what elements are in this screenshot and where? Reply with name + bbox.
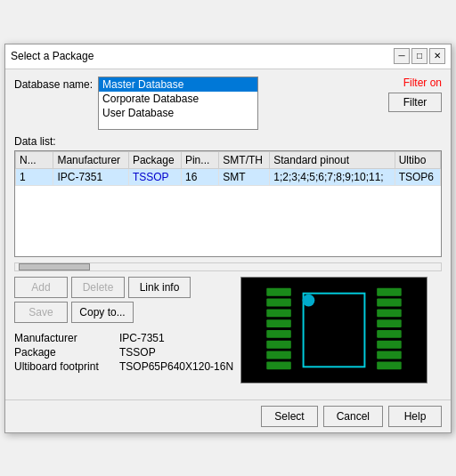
- info-ultiboard: Ultiboard footprint TSOP65P640X120-16N: [14, 360, 233, 373]
- main-window: Select a Package ─ □ ✕ Database name: Ma…: [4, 44, 452, 433]
- bottom-area: Add Delete Link info Save Copy to... Man…: [14, 277, 442, 383]
- ultiboard-key: Ultiboard footprint: [14, 360, 112, 373]
- svg-rect-15: [377, 351, 402, 359]
- db-item-user[interactable]: User Database: [99, 106, 257, 120]
- svg-rect-9: [377, 287, 402, 295]
- svg-point-18: [303, 294, 315, 306]
- cell-n: 1: [16, 168, 53, 185]
- data-table-wrapper[interactable]: N... Manufacturer Package Pin... SMT/TH …: [14, 150, 442, 257]
- col-standard-pinout: Standard pinout: [270, 151, 395, 168]
- cell-smt: SMT: [219, 168, 270, 185]
- info-package: Package TSSOP: [14, 346, 233, 359]
- filter-area: Filter on Filter: [388, 77, 442, 112]
- horizontal-scrollbar[interactable]: [14, 262, 442, 271]
- cell-pin: 16: [181, 168, 218, 185]
- database-listbox[interactable]: Master Database Corporate Database User …: [98, 77, 258, 130]
- col-pin: Pin...: [181, 151, 218, 168]
- action-buttons: Add Delete Link info Save Copy to... Man…: [14, 277, 233, 383]
- col-package: Package: [128, 151, 181, 168]
- svg-rect-5: [266, 330, 291, 338]
- col-ultiboard: Ultibo: [395, 151, 440, 168]
- svg-rect-2: [266, 298, 291, 306]
- col-n: N...: [16, 151, 53, 168]
- minimize-button[interactable]: ─: [394, 48, 410, 64]
- link-info-button[interactable]: Link info: [128, 277, 191, 298]
- data-table: N... Manufacturer Package Pin... SMT/TH …: [15, 151, 441, 186]
- svg-rect-13: [377, 330, 402, 338]
- add-button[interactable]: Add: [14, 277, 68, 298]
- copy-to-button[interactable]: Copy to...: [71, 302, 134, 323]
- save-button[interactable]: Save: [14, 302, 68, 323]
- info-area: Manufacturer IPC-7351 Package TSSOP Ulti…: [14, 332, 233, 375]
- dialog-content: Database name: Master Database Corporate…: [5, 69, 451, 396]
- maximize-button[interactable]: □: [411, 48, 428, 64]
- table-row[interactable]: 1 IPC-7351 TSSOP 16 SMT 1;2;3;4;5;6;7;8;…: [16, 168, 441, 185]
- package-key: Package: [14, 346, 112, 359]
- data-list-label: Data list:: [14, 135, 442, 148]
- svg-rect-10: [377, 298, 402, 306]
- manufacturer-key: Manufacturer: [14, 332, 112, 344]
- svg-rect-11: [377, 309, 402, 317]
- cancel-button[interactable]: Cancel: [323, 406, 383, 427]
- footer-buttons: Select Cancel Help: [5, 399, 451, 432]
- database-label: Database name:: [14, 77, 93, 91]
- svg-rect-14: [377, 340, 402, 348]
- svg-rect-7: [266, 351, 291, 359]
- database-row: Database name: Master Database Corporate…: [14, 77, 442, 130]
- help-button[interactable]: Help: [388, 406, 442, 427]
- close-button[interactable]: ✕: [429, 48, 445, 64]
- filter-status: Filter on: [403, 77, 442, 89]
- svg-rect-8: [266, 361, 291, 369]
- svg-rect-16: [377, 361, 402, 369]
- title-bar: Select a Package ─ □ ✕: [5, 44, 451, 69]
- db-item-corporate[interactable]: Corporate Database: [99, 92, 257, 106]
- manufacturer-value: IPC-7351: [119, 332, 165, 344]
- svg-rect-1: [266, 287, 291, 295]
- svg-rect-3: [266, 309, 291, 317]
- info-manufacturer: Manufacturer IPC-7351: [14, 332, 233, 344]
- filter-button[interactable]: Filter: [388, 93, 442, 112]
- btn-row-2: Save Copy to...: [14, 302, 233, 323]
- db-item-master[interactable]: Master Database: [99, 77, 257, 92]
- package-value: TSSOP: [119, 346, 156, 359]
- btn-row-1: Add Delete Link info: [14, 277, 233, 298]
- cell-manufacturer: IPC-7351: [53, 168, 129, 185]
- delete-button[interactable]: Delete: [71, 277, 125, 298]
- cell-ultiboard: TSOP6: [395, 168, 440, 185]
- svg-rect-4: [266, 319, 291, 327]
- window-title: Select a Package: [11, 50, 94, 62]
- cell-standard-pinout: 1;2;3;4;5;6;7;8;9;10;11;: [270, 168, 395, 185]
- pcb-svg: [241, 278, 427, 383]
- pcb-preview: [240, 277, 428, 383]
- title-bar-controls: ─ □ ✕: [394, 48, 445, 64]
- select-button[interactable]: Select: [261, 406, 317, 427]
- cell-package: TSSOP: [128, 168, 181, 185]
- svg-rect-6: [266, 340, 291, 348]
- ultiboard-value: TSOP65P640X120-16N: [119, 360, 233, 373]
- col-smt: SMT/TH: [219, 151, 270, 168]
- svg-rect-12: [377, 319, 402, 327]
- col-manufacturer: Manufacturer: [53, 151, 129, 168]
